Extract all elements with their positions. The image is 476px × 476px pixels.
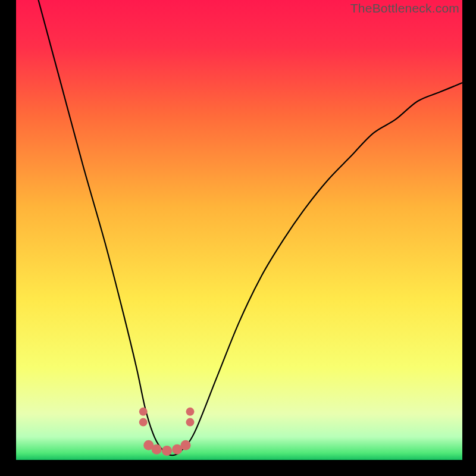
data-marker bbox=[181, 440, 191, 450]
chart-frame bbox=[16, 0, 462, 460]
data-marker bbox=[139, 408, 148, 416]
bottleneck-curve bbox=[39, 0, 463, 455]
data-marker bbox=[139, 418, 148, 427]
data-marker bbox=[186, 408, 195, 416]
data-marker bbox=[162, 446, 172, 456]
watermark-text: TheBottleneck.com bbox=[350, 1, 459, 15]
chart-svg bbox=[16, 0, 462, 460]
data-marker bbox=[186, 418, 195, 427]
data-marker bbox=[152, 444, 162, 455]
